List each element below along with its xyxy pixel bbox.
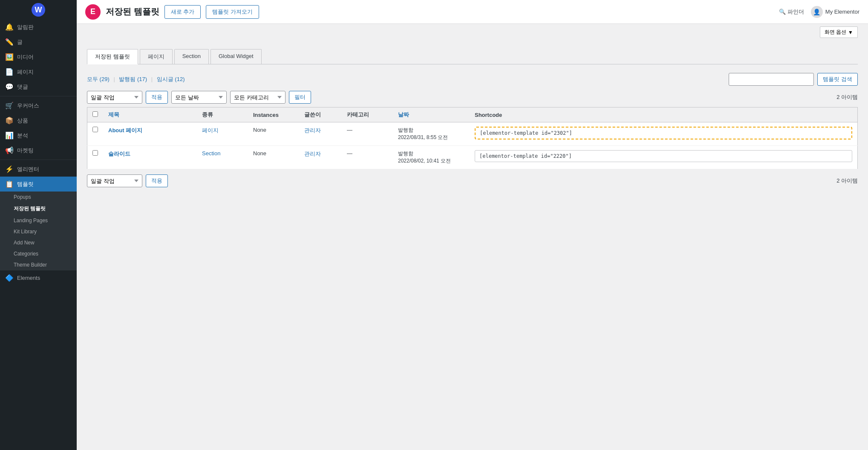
published-count: 17	[139, 76, 145, 82]
row-date-cell: 발행함2022/08/02, 10:41 오전	[393, 146, 470, 169]
sidebar-item-media[interactable]: 🖼️ 미디어	[0, 49, 77, 64]
tab-section[interactable]: Section	[174, 49, 209, 64]
sidebar-item-label: 엘리멘터	[17, 165, 39, 173]
sidebar-item-posts[interactable]: ✏️ 글	[0, 35, 77, 49]
row-instances-cell: None	[248, 146, 299, 169]
sidebar: W 🔔 알림판 ✏️ 글 🖼️ 미디어 📄 페이지 💬 댓글 🛒 우커머스 📦 …	[0, 0, 77, 450]
shortcode-box[interactable]: [elementor-template id="2302"]	[475, 127, 852, 139]
sidebar-item-elementor[interactable]: ⚡ 엘리멘터	[0, 162, 77, 177]
template-title-link[interactable]: 슬라이드	[108, 151, 130, 157]
col-header-title[interactable]: 제목	[103, 107, 197, 122]
row-shortcode-cell: [elementor-template id="2302"]	[470, 122, 858, 146]
select-all-checkbox[interactable]	[92, 111, 98, 117]
col-header-type: 종류	[197, 107, 248, 122]
template-title-link[interactable]: About 페이지	[108, 127, 142, 134]
date-value: 2022/08/02, 10:41 오전	[398, 157, 464, 165]
row-shortcode-cell: [elementor-template id="2220"]	[470, 146, 858, 169]
row-category-cell: —	[342, 122, 393, 146]
row-checkbox[interactable]	[92, 150, 98, 156]
shortcode-box[interactable]: [elementor-template id="2220"]	[475, 150, 852, 162]
sidebar-subitem-theme-builder[interactable]: Theme Builder	[0, 259, 77, 270]
row-author-cell: 관리자	[299, 146, 342, 169]
tab-saved-templates[interactable]: 저장된 템플릿	[87, 49, 138, 64]
search-input[interactable]	[729, 73, 814, 86]
row-checkbox-cell	[87, 122, 104, 146]
draft-count: 12	[177, 76, 183, 82]
dashboard-icon: 🔔	[5, 23, 14, 31]
row-checkbox[interactable]	[92, 127, 98, 132]
table-header-row: 제목 종류 Instances 글쓴이 카테고리 날짜 Shortcode	[87, 107, 858, 122]
sidebar-subitem-popups[interactable]: Popups	[0, 192, 77, 203]
category-filter-select[interactable]: 모든 카테고리	[230, 91, 285, 104]
sidebar-item-comments[interactable]: 💬 댓글	[0, 79, 77, 94]
main-area: E 저장된 템플릿 새로 추가 템플릿 가져오기 🔍 파인더 👤 My Elem…	[77, 0, 868, 450]
sidebar-item-products[interactable]: 📦 상품	[0, 113, 77, 128]
sidebar-item-label: 마켓팅	[17, 147, 34, 154]
filter-all-link[interactable]: 모두 (29)	[87, 76, 111, 82]
row-type-cell: Section	[197, 146, 248, 169]
sidebar-arrow	[73, 181, 77, 188]
author-link[interactable]: 관리자	[304, 127, 321, 134]
tabs-bar: 저장된 템플릿 페이지 Section Global Widget	[87, 49, 858, 64]
wp-logo: W	[32, 3, 45, 17]
row-checkbox-cell	[87, 146, 104, 169]
sidebar-divider	[0, 96, 77, 96]
template-type: 페이지	[202, 127, 219, 134]
author-link[interactable]: 관리자	[304, 151, 321, 157]
publish-status: 발행함	[398, 127, 464, 134]
page-title: 저장된 템플릿	[106, 6, 159, 17]
col-header-checkbox	[87, 107, 104, 122]
import-template-button[interactable]: 템플릿 가져오기	[206, 5, 259, 19]
filter-row: 모두 (29) | 발행됨 (17) | 임시글 (12) 템플릿 검색	[87, 73, 858, 86]
elements-icon: 🔷	[5, 274, 14, 282]
sidebar-subitem-categories[interactable]: Categories	[0, 248, 77, 259]
row-author-cell: 관리자	[299, 122, 342, 146]
row-date-cell: 발행함2022/08/31, 8:55 오전	[393, 122, 470, 146]
elementor-icon: ⚡	[5, 165, 14, 173]
sidebar-subitem-landing-pages[interactable]: Landing Pages	[0, 215, 77, 226]
col-header-category: 카테고리	[342, 107, 393, 122]
sidebar-item-marketing[interactable]: 📢 마켓팅	[0, 143, 77, 158]
add-new-button[interactable]: 새로 추가	[164, 5, 201, 19]
filter-button[interactable]: 필터	[289, 91, 311, 104]
sidebar-item-elements[interactable]: 🔷 Elements	[0, 270, 77, 285]
finder-button[interactable]: 🔍 파인더	[779, 8, 804, 16]
screen-options-button[interactable]: 화면 옵션 ▼	[820, 26, 858, 38]
tab-pages[interactable]: 페이지	[140, 49, 173, 64]
bulk-action-select-bottom[interactable]: 일괄 작업	[87, 174, 142, 187]
search-button[interactable]: 템플릿 검색	[817, 73, 858, 86]
row-type-cell: 페이지	[197, 122, 248, 146]
my-elementor-button[interactable]: 👤 My Elementor	[811, 6, 859, 18]
table-row: 슬라이드SectionNone관리자—발행함2022/08/02, 10:41 …	[87, 146, 858, 169]
date-filter-select[interactable]: 모든 날짜	[171, 91, 227, 104]
bulk-actions-row-bottom: 일괄 작업 적용 2 아이템	[87, 174, 858, 187]
col-header-date[interactable]: 날짜	[393, 107, 470, 122]
template-type: Section	[202, 150, 220, 157]
sidebar-item-pages[interactable]: 📄 페이지	[0, 64, 77, 79]
all-label: 모두	[87, 76, 98, 82]
comments-icon: 💬	[5, 83, 14, 91]
chevron-down-icon: ▼	[848, 29, 853, 35]
sidebar-item-woocommerce[interactable]: 🛒 우커머스	[0, 98, 77, 113]
sidebar-item-templates[interactable]: 📋 템플릿	[0, 177, 77, 192]
sidebar-subitem-saved-templates[interactable]: 저장된 템플릿	[0, 203, 77, 215]
bulk-action-select[interactable]: 일괄 작업	[87, 91, 142, 104]
sidebar-item-label: 알림판	[17, 23, 34, 31]
sidebar-subitem-add-new[interactable]: Add New	[0, 237, 77, 248]
sidebar-subitem-kit-library[interactable]: Kit Library	[0, 226, 77, 237]
col-header-author: 글쓴이	[299, 107, 342, 122]
templates-table: 제목 종류 Instances 글쓴이 카테고리 날짜 Shortcode Ab…	[87, 107, 858, 169]
sidebar-item-dashboard[interactable]: 🔔 알림판	[0, 20, 77, 35]
marketing-icon: 📢	[5, 146, 14, 154]
posts-icon: ✏️	[5, 38, 14, 46]
apply-button-top[interactable]: 적용	[146, 91, 168, 104]
sidebar-item-label: 페이지	[17, 68, 34, 76]
row-title-cell: About 페이지	[103, 122, 197, 146]
filter-draft-link[interactable]: 임시글 (12)	[157, 76, 185, 82]
my-elementor-label: My Elementor	[825, 9, 859, 15]
col-header-shortcode: Shortcode	[470, 107, 858, 122]
apply-button-bottom[interactable]: 적용	[146, 174, 168, 187]
filter-published-link[interactable]: 발행됨 (17)	[119, 76, 148, 82]
tab-global-widget[interactable]: Global Widget	[211, 49, 262, 64]
sidebar-item-analytics[interactable]: 📊 분석	[0, 128, 77, 143]
